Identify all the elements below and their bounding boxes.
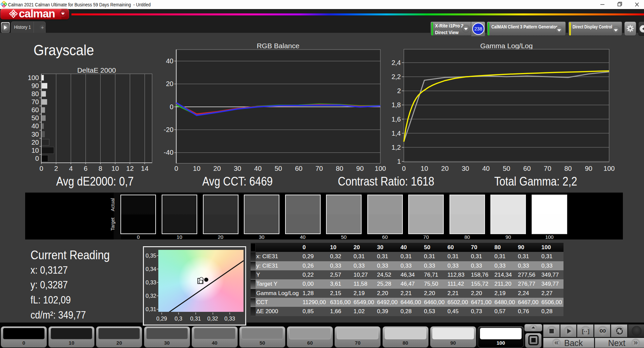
svg-text:60: 60 [523, 165, 531, 172]
svg-text:0: 0 [40, 165, 43, 172]
svg-text:-40: -40 [164, 149, 173, 156]
svg-text:60: 60 [295, 165, 302, 172]
svg-text:12: 12 [126, 165, 133, 172]
svg-text:0,3: 0,3 [175, 316, 182, 322]
svg-text:0,33: 0,33 [146, 279, 156, 285]
svg-text:80: 80 [336, 165, 343, 172]
svg-text:90: 90 [32, 82, 39, 89]
svg-text:0,34: 0,34 [146, 266, 156, 272]
svg-text:30: 30 [32, 131, 39, 138]
svg-text:0,33: 0,33 [224, 316, 235, 322]
svg-text:0,32: 0,32 [207, 316, 218, 322]
svg-text:50: 50 [503, 165, 510, 172]
svg-text:1,8: 1,8 [391, 101, 401, 109]
svg-text:2,2: 2,2 [391, 73, 401, 80]
svg-text:90: 90 [585, 165, 592, 172]
svg-text:80: 80 [564, 165, 572, 172]
svg-text:100: 100 [28, 74, 39, 81]
svg-text:50: 50 [275, 165, 282, 172]
svg-text:40: 40 [32, 122, 39, 130]
svg-text:80: 80 [32, 90, 39, 97]
svg-text:6: 6 [84, 165, 88, 172]
svg-text:10: 10 [111, 165, 119, 172]
svg-text:10: 10 [32, 147, 39, 154]
svg-text:Gamma Log/Log: Gamma Log/Log [480, 42, 533, 50]
svg-text:40: 40 [166, 57, 173, 65]
svg-text:DeltaE 2000: DeltaE 2000 [77, 66, 116, 74]
svg-text:20: 20 [213, 165, 221, 172]
svg-text:70: 70 [32, 98, 39, 106]
svg-text:40: 40 [254, 165, 262, 172]
svg-text:2: 2 [54, 165, 58, 172]
svg-text:50: 50 [32, 114, 39, 122]
svg-text:1,6: 1,6 [391, 116, 401, 123]
svg-text:0,31: 0,31 [190, 316, 201, 322]
svg-text:10: 10 [421, 165, 428, 172]
svg-text:100: 100 [603, 165, 614, 172]
svg-text:0: 0 [170, 103, 173, 111]
svg-text:[··]: [··] [582, 328, 590, 335]
svg-text:10: 10 [193, 165, 200, 172]
svg-text:0,32: 0,32 [146, 293, 156, 299]
svg-text:20: 20 [166, 80, 173, 87]
svg-text:1,2: 1,2 [391, 144, 401, 151]
svg-text:0: 0 [35, 155, 39, 162]
svg-text:0: 0 [402, 165, 406, 172]
svg-text:RGB Balance: RGB Balance [257, 42, 299, 50]
svg-text:100: 100 [375, 165, 386, 172]
svg-text:90: 90 [356, 165, 364, 172]
svg-text:30: 30 [462, 165, 469, 172]
svg-text:20: 20 [441, 165, 448, 172]
svg-text:0,31: 0,31 [146, 306, 156, 312]
svg-text:60: 60 [32, 106, 39, 114]
svg-text:20: 20 [32, 139, 39, 146]
svg-text:40: 40 [482, 165, 490, 172]
svg-text:0,29: 0,29 [156, 316, 167, 322]
svg-text:2: 2 [397, 87, 401, 94]
svg-text:30: 30 [234, 165, 241, 172]
svg-text:0,35: 0,35 [146, 253, 156, 259]
svg-text:70: 70 [544, 165, 551, 172]
svg-text:0: 0 [174, 165, 178, 172]
svg-text:70: 70 [315, 165, 323, 172]
svg-text:2,4: 2,4 [391, 59, 401, 66]
svg-text:4: 4 [69, 165, 73, 172]
svg-text:∞: ∞ [599, 325, 606, 336]
svg-text:1: 1 [397, 158, 401, 165]
svg-text:14: 14 [141, 165, 148, 172]
svg-text:-20: -20 [164, 126, 173, 133]
svg-text:8: 8 [99, 165, 102, 172]
svg-text:1,4: 1,4 [391, 130, 401, 137]
